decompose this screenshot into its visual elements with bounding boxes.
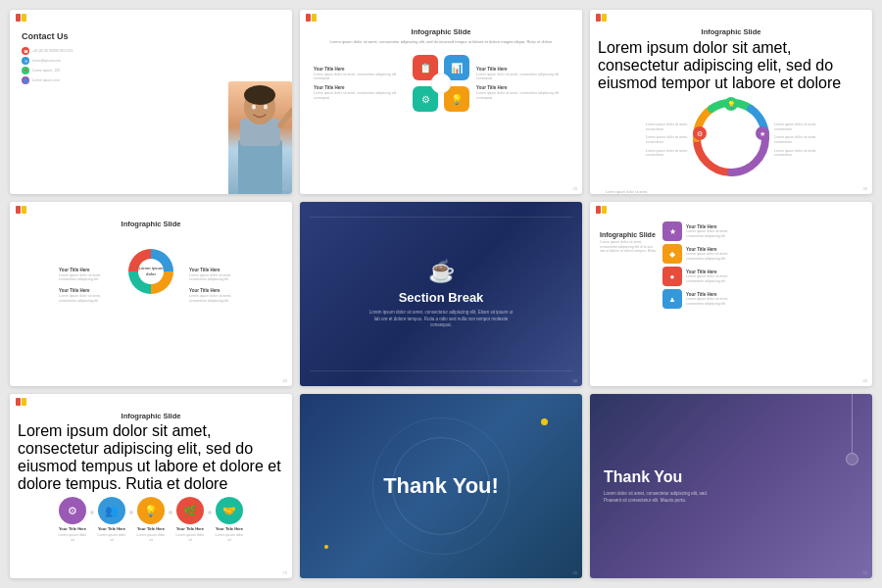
slide4-tr: Your Title Here Lorem ipsum dolor sit am… [189,268,243,282]
slide-2-subtitle: Lorem ipsum dolor sit amet, consectetur … [308,39,574,44]
contact-phone: ☎ +91 (0) 00 00000 00 0 021 [22,47,284,55]
slide-7-badge [16,398,31,406]
slide2-item-tr: Your Title Here Lorem ipsum dolor sit am… [476,67,568,81]
svg-point-3 [244,85,275,105]
slide-2-badge [306,14,321,22]
slide-3-subtitle: Lorem ipsum dolor sit amet, consectetur … [598,39,864,92]
slide-7-title: Infographic Slide [18,412,284,420]
slide4-tl: Your Title Here Lorem ipsum dolor sit am… [59,268,113,282]
contact-address: 📍 Lorem ipsum, 120 [22,67,284,74]
slide3-bottom-left: Lorem ipsum dolor sit amet,consectetur [606,190,857,194]
slide-9: Thank You Lorem dolor sit amet, consecte… [590,394,872,578]
slide-1: Contact Us ☎ +91 (0) 00 00000 00 0 021 ✉… [10,10,292,194]
slide4-bl: Your Title Here Lorem ipsum dolor sit am… [59,288,113,303]
slide-grid: Contact Us ☎ +91 (0) 00 00000 00 0 021 ✉… [0,0,882,588]
slide-6: Infographic Slide Lorem ipsum dolor sit … [590,202,872,386]
slide6-item-2: ◆ Your Title Here Lorem ipsum dolor sit … [662,244,862,264]
slide-3-title: Infographic Slide [598,27,864,36]
slide-1-badge [16,14,31,22]
person-illustration [228,81,292,194]
slide-4-title: Infographic Slide [18,220,284,228]
slide-3-number: 30 [863,186,867,191]
slide3-right-1: Lorem ipsum dolor sit amet,consectetur [774,122,816,131]
slide-7-number: 70 [283,570,287,575]
slide6-item-3: ● Your Title Here Lorem ipsum dolor sit … [662,267,862,286]
dot-connector-3 [169,511,172,514]
slide7-circle-1: ⚙ Your Title Here Lorem ipsum dolor sit [57,497,88,542]
section-break-title: Section Break [399,290,484,305]
slide6-item-1: ★ Your Title Here Lorem ipsum dolor sit … [662,221,862,241]
thank-you-purple-desc: Lorem dolor sit amet, consectetur adipis… [604,491,711,505]
contact-email: ✉ lorem@ipsum.com [22,57,284,65]
slide-5: ☕ Section Break Lorem ipsum dolor sit am… [300,202,582,386]
dot-yellow-2 [324,545,328,549]
svg-text:dolor: dolor [146,271,156,276]
thank-you-dark-title: Thank You! [383,473,499,499]
location-icon: 📍 [22,67,29,74]
slide-1-number: 01 [283,186,287,191]
chain-icon-4: ▲ [662,289,682,309]
section-break-desc: Lorem ipsum dolor sit amet, consectetur … [368,310,514,329]
email-icon: ✉ [22,57,29,65]
slide-7: Infographic Slide Lorem ipsum dolor sit … [10,394,292,578]
circle-icon-4: 🌿 [176,497,204,524]
slide-6-number: 60 [863,378,867,383]
thank-you-purple-title: Thank You [604,468,682,486]
svg-text:⚙: ⚙ [697,130,703,137]
slide-2-number: 20 [573,186,577,191]
slide-4: Infographic Slide Your Title Here Lorem … [10,202,292,386]
slide7-circle-3: 💡 Your Title Here Lorem ipsum dolor sit [135,497,167,542]
dot-connector-2 [129,511,133,514]
circle-icon-1: ⚙ [59,497,86,524]
slide-4-number: 40 [283,378,287,383]
slide-9-number: 90 [863,570,867,575]
circle-icon-5: 🤝 [216,497,243,524]
chain-icon-3: ● [662,267,682,286]
svg-text:⚙: ⚙ [421,94,430,105]
slide3-right-3: Lorem ipsum dolor sit amet,consectetur [774,149,816,158]
slide-8: Thank You! 80 [300,394,582,578]
phone-icon: ☎ [22,47,29,55]
slide4-br: Your Title Here Lorem ipsum dolor sit am… [189,288,243,303]
slide7-circle-5: 🤝 Your Title Here Lorem ipsum dolor sit [214,497,245,542]
svg-text:📋: 📋 [419,62,432,74]
slide3-left-3: Lorem ipsum dolor sit amet,consectetur [646,149,688,158]
svg-text:💡: 💡 [727,100,736,109]
slide7-circle-2: 👥 Your Title Here Lorem ipsum dolor sit [96,497,127,542]
svg-text:📊: 📊 [451,62,464,74]
dot-connector-1 [90,511,94,514]
circle-icon-3: 💡 [137,497,165,524]
svg-point-11 [431,74,451,93]
string-deco [852,394,853,453]
chain-icon-2: ◆ [662,244,682,264]
slide-3-badge [596,14,612,22]
slide-2-title: Infographic Slide [308,27,574,36]
slide-5-number: 50 [573,378,577,383]
dot-yellow-1 [541,418,548,425]
slide3-left-1: Lorem ipsum dolor sit amet,consectetur [646,122,688,131]
slide2-item-bl: Your Title Here Lorem ipsum dolor sit am… [314,85,406,100]
slide-6-badge [596,206,612,214]
slide-1-title: Contact Us [18,31,284,41]
slide3-left-2: Lorem ipsum dolor sit amet,consectetur [646,135,688,144]
chain-icon-1: ★ [662,221,682,241]
section-icon: ☕ [428,259,455,284]
slide2-item-tl: Your Title Here Lorem ipsum dolor sit am… [314,67,406,81]
web-icon: 🌐 [22,76,29,84]
dot-connector-4 [208,511,212,514]
slide-2: Infographic Slide Lorem ipsum dolor sit … [300,10,582,194]
slide6-item-4: ▲ Your Title Here Lorem ipsum dolor sit … [662,289,862,309]
svg-point-5 [252,105,256,110]
circle-icon-2: 👥 [98,497,125,524]
svg-point-6 [264,105,268,110]
slide3-right-2: Lorem ipsum dolor sit amet,consectetur [774,135,816,144]
slide-7-subtitle: Lorem ipsum dolor sit amet, consectetur … [18,422,284,493]
svg-line-4 [280,111,292,125]
bulb-deco [846,453,858,466]
slide7-circle-4: 🌿 Your Title Here Lorem ipsum dolor sit [174,497,206,542]
svg-text:Lorem ipsum: Lorem ipsum [138,266,164,270]
slide-4-badge [16,206,31,214]
slide-8-number: 80 [573,570,577,575]
slide-6-title: Infographic Slide [600,231,659,238]
svg-rect-0 [238,140,282,194]
